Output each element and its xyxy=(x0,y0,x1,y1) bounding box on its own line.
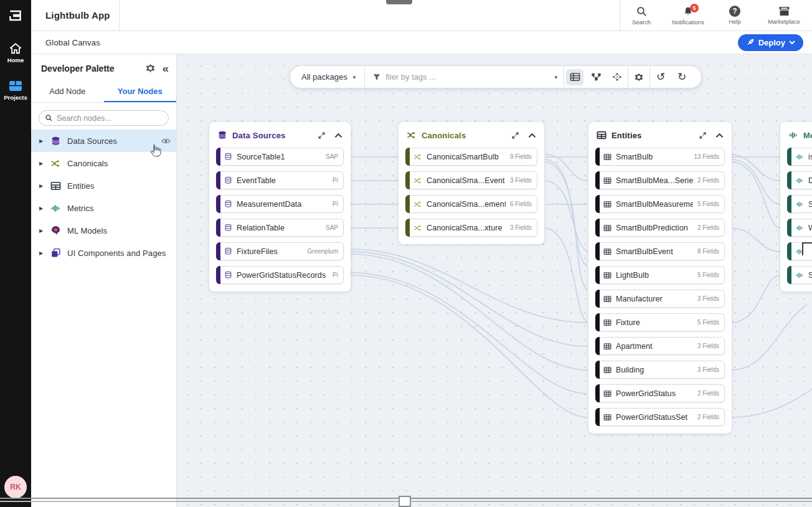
tree-item-canonicals[interactable]: ▶ Canonicals xyxy=(31,152,176,174)
nav-search[interactable]: Search xyxy=(620,0,663,31)
collapse-column-icon[interactable] xyxy=(334,133,342,138)
node-card[interactable]: PowerGridStatusSet2 Fields xyxy=(595,408,725,426)
tree-item-metrics[interactable]: ▶ Metrics xyxy=(31,197,176,219)
collapse-column-icon[interactable] xyxy=(528,133,536,138)
deploy-button[interactable]: Deploy xyxy=(738,34,803,51)
node-card[interactable]: Sw xyxy=(787,266,812,284)
node-badge: 8 Fields xyxy=(697,248,719,255)
palette-title: Developer Palette xyxy=(41,64,139,73)
palette-tabs: Add Node Your Nodes xyxy=(31,81,176,103)
expander-caret-icon[interactable]: ▶ xyxy=(39,206,44,211)
eye-icon[interactable] xyxy=(161,138,171,145)
node-name: Sw xyxy=(808,271,812,280)
rail-item-home[interactable]: Home xyxy=(7,42,24,64)
tab-your-nodes[interactable]: Your Nodes xyxy=(104,81,177,102)
node-card[interactable]: CanonicalSma...xture3 Fields xyxy=(405,219,537,237)
tree-item-data-sources[interactable]: ▶ Data Sources xyxy=(31,130,176,152)
network-view-button[interactable] xyxy=(608,69,626,85)
node-card[interactable]: FixtureFilesGreenplum xyxy=(216,242,344,260)
node-card[interactable]: PowerGridStatus2 Fields xyxy=(595,384,725,402)
node-card[interactable]: CanonicalSma...ement6 Fields xyxy=(405,195,537,213)
metrics-icon xyxy=(795,153,804,161)
canvas-toolbar: All packages ▾ ▾ ↺ ↻ xyxy=(290,65,702,88)
node-card[interactable]: MeasurementDataPi xyxy=(216,195,344,213)
node-name: Sw xyxy=(808,200,812,209)
node-badge: Pi xyxy=(333,201,338,207)
node-card[interactable]: LightBulb5 Fields xyxy=(595,266,725,284)
node-search-input[interactable] xyxy=(57,114,163,123)
node-card[interactable]: Wi xyxy=(787,219,812,237)
node-card[interactable]: Apartment3 Fields xyxy=(595,337,725,355)
rail-home-label: Home xyxy=(7,57,24,64)
node-card[interactable]: PowerGridStatusRecordsPi xyxy=(216,266,344,284)
nav-help[interactable]: ? Help xyxy=(714,0,756,31)
nav-marketplace[interactable]: Marketplace xyxy=(756,0,812,31)
expand-column-icon[interactable] xyxy=(699,131,707,140)
packages-dropdown[interactable]: All packages ▾ xyxy=(301,72,364,82)
expand-column-icon[interactable] xyxy=(511,131,519,140)
expander-caret-icon[interactable]: ▶ xyxy=(39,183,44,189)
nav-notifications[interactable]: 5 Notifications xyxy=(663,0,714,31)
shuffle-icon xyxy=(413,177,422,184)
collapse-column-icon[interactable] xyxy=(715,133,724,138)
table-icon xyxy=(603,295,611,303)
node-card[interactable]: SmartBulbEvent8 Fields xyxy=(595,242,725,260)
shuffle-icon xyxy=(413,153,422,161)
palette-settings-gear-icon[interactable] xyxy=(145,63,156,73)
app-title: Lightbulb App xyxy=(45,10,110,21)
node-card[interactable]: SmartBulbMeasurement5 Fields xyxy=(595,195,725,213)
node-card[interactable]: Building3 Fields xyxy=(595,361,725,379)
node-card[interactable]: SmartBulbPrediction2 Fields xyxy=(595,219,725,237)
node-card[interactable]: SmartBulb13 Fields xyxy=(595,148,725,166)
hierarchy-view-button[interactable] xyxy=(587,69,605,85)
node-card[interactable]: SourceTable1SAP xyxy=(216,148,344,166)
list-view-button[interactable] xyxy=(566,69,583,85)
metrics-icon xyxy=(795,224,804,232)
tree-item-ui-components[interactable]: ▶ UI Components and Pages xyxy=(31,242,176,264)
metrics-icon xyxy=(795,201,804,208)
node-card[interactable]: Manufacturer3 Fields xyxy=(595,290,725,308)
redo-button[interactable]: ↻ xyxy=(673,69,691,85)
user-avatar[interactable]: RK xyxy=(4,476,27,498)
canvas-settings-button[interactable] xyxy=(630,69,648,85)
tag-filter-input[interactable] xyxy=(385,72,550,82)
column-data-sources: Data Sources SourceTable1SAP EventTableP… xyxy=(209,122,351,291)
undo-button[interactable]: ↺ xyxy=(652,69,669,85)
global-canvas[interactable]: All packages ▾ ▾ ↺ ↻ Data Sources xyxy=(177,54,812,507)
expander-caret-icon[interactable]: ▶ xyxy=(39,250,44,256)
rail-projects-label: Projects xyxy=(4,94,27,101)
pages-icon xyxy=(50,248,61,258)
node-card[interactable]: SmartBulbMea...Series2 Fields xyxy=(595,171,725,189)
node-card[interactable]: Du xyxy=(787,171,812,189)
node-card[interactable]: Fixture5 Fields xyxy=(595,313,725,331)
node-card[interactable]: Sw xyxy=(787,195,812,213)
tree-item-entities[interactable]: ▶ Entities xyxy=(31,174,176,197)
database-icon xyxy=(224,224,232,232)
node-badge: 3 Fields xyxy=(697,295,719,302)
node-card[interactable]: CanonicalSma...Event3 Fields xyxy=(405,171,537,189)
rail-item-projects[interactable]: Projects xyxy=(4,80,27,101)
brand-logo-icon[interactable] xyxy=(5,5,26,26)
table-icon xyxy=(603,177,611,184)
expander-caret-icon[interactable]: ▶ xyxy=(39,138,44,144)
expander-caret-icon[interactable]: ▶ xyxy=(39,228,44,234)
metrics-icon xyxy=(788,131,798,140)
capture-bottom-handle[interactable] xyxy=(399,496,411,507)
expander-caret-icon[interactable]: ▶ xyxy=(39,161,44,166)
database-icon xyxy=(224,271,232,279)
notifications-badge: 5 xyxy=(690,4,699,12)
node-card[interactable]: RelationTableSAP xyxy=(216,219,344,237)
collapse-panel-icon[interactable]: « xyxy=(162,64,169,73)
help-icon: ? xyxy=(729,6,740,17)
expand-column-icon[interactable] xyxy=(318,131,326,140)
node-name: CanonicalSma...ement xyxy=(427,200,506,209)
node-name: LightBulb xyxy=(616,271,693,280)
node-card[interactable]: CanonicalSmartBulb9 Fields xyxy=(405,148,537,166)
tab-add-node[interactable]: Add Node xyxy=(31,81,104,102)
node-card[interactable]: EventTablePi xyxy=(216,171,344,189)
node-name: SmartBulbMea...Series xyxy=(616,176,693,185)
node-card[interactable]: isD xyxy=(787,148,812,166)
tree-item-ml-models[interactable]: ▶ ML Models xyxy=(31,219,176,242)
chevron-down-icon[interactable]: ▾ xyxy=(554,74,557,80)
metrics-icon xyxy=(795,272,804,279)
